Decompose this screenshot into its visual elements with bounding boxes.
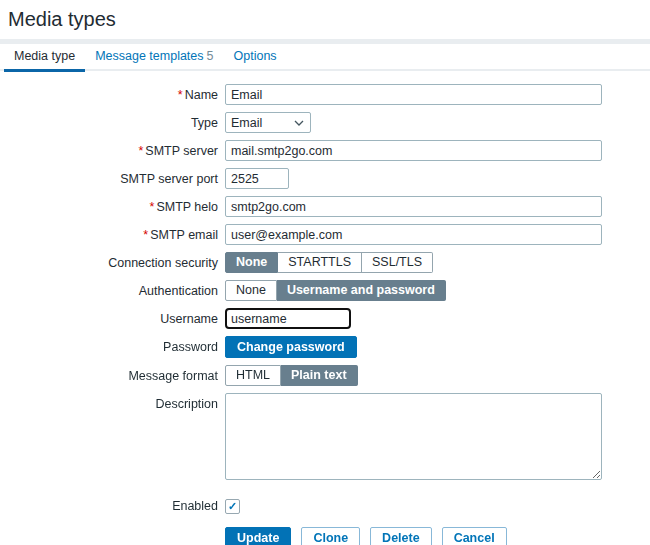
tab-bar: Media type Message templates5 Options [0,44,650,71]
smtp-email-input[interactable] [225,224,602,245]
form-row-username: Username [0,308,650,329]
smtp-port-label: SMTP server port [0,168,218,186]
delete-button[interactable]: Delete [370,527,432,545]
smtp-server-input[interactable] [225,140,602,161]
type-label: Type [0,112,218,130]
type-select[interactable]: Email [225,112,311,133]
message-format-segmented-control: HTML Plain text [225,365,358,386]
message-format-option-html[interactable]: HTML [225,365,281,386]
tab-media-type-label: Media type [14,49,75,63]
form-row-connection-security: Connection security None STARTTLS SSL/TL… [0,252,650,273]
password-label: Password [0,336,218,354]
form-footer: Update Clone Delete Cancel [225,527,650,545]
connection-security-option-ssltls[interactable]: SSL/TLS [362,252,433,273]
clone-button[interactable]: Clone [301,527,360,545]
required-marker: * [138,144,143,158]
smtp-helo-input[interactable] [225,196,602,217]
update-button[interactable]: Update [225,527,291,545]
smtp-email-label: SMTP email [150,228,218,242]
enabled-checkbox[interactable]: ✓ [225,499,240,514]
tab-options[interactable]: Options [224,43,287,70]
form-row-authentication: Authentication None Username and passwor… [0,280,650,301]
tab-message-templates-label: Message templates [95,49,203,63]
enabled-label: Enabled [0,497,218,513]
description-textarea[interactable] [225,393,602,480]
change-password-button[interactable]: Change password [225,336,357,358]
required-marker: * [143,228,148,242]
form-row-description: Description [0,393,650,483]
message-format-option-plain-text[interactable]: Plain text [281,365,358,386]
form-row-smtp-server: *SMTP server [0,140,650,161]
tab-options-label: Options [234,49,277,63]
tab-message-templates[interactable]: Message templates5 [85,43,223,70]
check-icon: ✓ [226,500,239,513]
connection-security-label: Connection security [0,252,218,270]
username-label: Username [0,308,218,326]
required-marker: * [178,88,183,102]
form-row-smtp-port: SMTP server port [0,168,650,189]
cancel-button[interactable]: Cancel [442,527,507,545]
authentication-label: Authentication [0,280,218,298]
form-row-enabled: Enabled ✓ [0,497,650,514]
authentication-segmented-control: None Username and password [225,280,446,301]
connection-security-option-none[interactable]: None [225,252,278,273]
form-row-name: *Name [0,84,650,105]
tab-media-type[interactable]: Media type [4,43,85,70]
name-label: Name [185,88,218,102]
required-marker: * [150,200,155,214]
authentication-option-none[interactable]: None [225,280,277,301]
smtp-server-label: SMTP server [145,144,218,158]
smtp-port-input[interactable] [225,168,289,189]
form-row-password: Password Change password [0,336,650,358]
message-templates-count-badge: 5 [207,49,214,63]
description-label: Description [0,393,218,411]
name-input[interactable] [225,84,602,105]
form-row-smtp-email: *SMTP email [0,224,650,245]
smtp-helo-label: SMTP helo [156,200,218,214]
media-type-form: *Name Type Email *SMTP server SMTP serve… [0,71,650,545]
connection-security-option-starttls[interactable]: STARTTLS [278,252,362,273]
message-format-label: Message format [0,365,218,383]
form-row-message-format: Message format HTML Plain text [0,365,650,386]
username-input[interactable] [225,308,351,329]
authentication-option-username-password[interactable]: Username and password [277,280,446,301]
page-title: Media types [0,0,650,39]
connection-security-segmented-control: None STARTTLS SSL/TLS [225,252,433,273]
form-row-smtp-helo: *SMTP helo [0,196,650,217]
form-row-type: Type Email [0,112,650,133]
